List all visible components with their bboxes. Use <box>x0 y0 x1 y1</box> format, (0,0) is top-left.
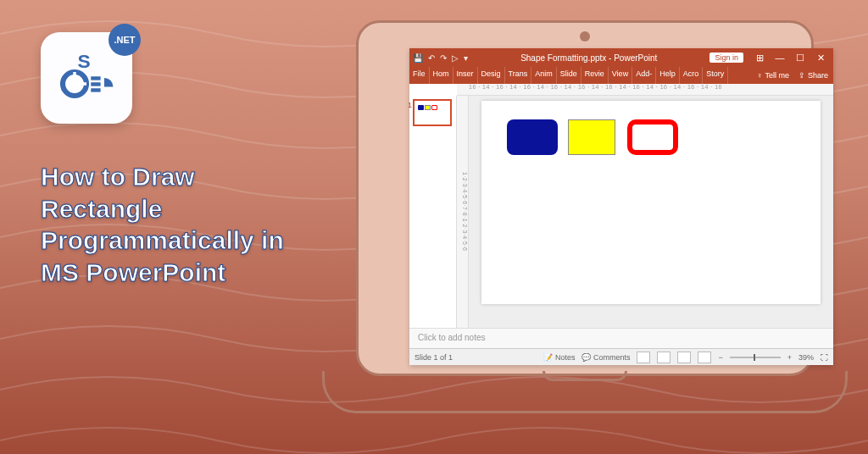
vertical-ruler: 1·2·3·4·5·6·7·8·1·2·3·4·5·6 <box>457 96 469 328</box>
svg-rect-3 <box>91 82 100 86</box>
maximize-button[interactable]: ☐ <box>791 53 810 64</box>
notes-pane[interactable]: Click to add notes <box>409 328 833 348</box>
slideshow-view-button[interactable] <box>698 352 711 363</box>
slide-counter: Slide 1 of 1 <box>415 353 453 362</box>
window-title: Shape Formatting.pptx - PowerPoint <box>468 53 709 63</box>
notes-button[interactable]: 📝 Notes <box>543 353 575 362</box>
tab-view[interactable]: View <box>609 67 632 84</box>
rectangle-shape-blue[interactable] <box>507 119 558 155</box>
tab-file[interactable]: File <box>409 67 430 84</box>
slides-logo-icon: S <box>57 48 116 108</box>
slide-canvas-area <box>469 96 833 328</box>
tab-transitions[interactable]: Trans <box>505 67 532 84</box>
powerpoint-window: 💾 ↶ ↷ ▷ ▾ Shape Formatting.pptx - PowerP… <box>409 48 833 365</box>
share-icon: ⇪ <box>798 71 805 80</box>
tab-home[interactable]: Hom <box>430 67 453 84</box>
horizontal-ruler: 16 · 14 · 16 · 14 · 16 · 14 · 16 · 14 · … <box>457 84 833 96</box>
net-badge: .NET <box>108 24 141 56</box>
tell-me-search[interactable]: ♀ Tell me <box>753 67 793 84</box>
svg-text:S: S <box>78 50 91 72</box>
ribbon-display-icon[interactable]: ⊞ <box>750 53 769 64</box>
normal-view-button[interactable] <box>637 352 650 363</box>
tab-help[interactable]: Help <box>656 67 680 84</box>
slide-thumbnail-pane: 1 <box>409 96 457 328</box>
tell-me-label: Tell me <box>765 71 789 80</box>
slide-thumbnail[interactable]: 1 <box>413 99 452 126</box>
sign-in-button[interactable]: Sign in <box>709 53 743 63</box>
app-icon: .NET S <box>41 32 132 124</box>
tab-addins[interactable]: Add- <box>632 67 656 84</box>
laptop-illustration: 💾 ↶ ↷ ▷ ▾ Shape Formatting.pptx - PowerP… <box>322 20 848 444</box>
status-bar: Slide 1 of 1 📝 Notes 💬 Comments − + 39% … <box>409 348 833 365</box>
tab-acrobat[interactable]: Acro <box>680 67 704 84</box>
save-icon[interactable]: 💾 <box>413 53 423 63</box>
close-button[interactable]: ✕ <box>811 53 830 64</box>
slide[interactable] <box>481 101 821 304</box>
rectangle-shape-yellow[interactable] <box>568 119 615 155</box>
zoom-value: 39% <box>798 353 814 362</box>
tab-storyboard[interactable]: Story <box>703 67 728 84</box>
fit-to-window-button[interactable]: ⛶ <box>821 353 828 362</box>
svg-rect-4 <box>91 88 100 91</box>
undo-icon[interactable]: ↶ <box>428 53 435 63</box>
title-bar: 💾 ↶ ↷ ▷ ▾ Shape Formatting.pptx - PowerP… <box>409 48 833 67</box>
zoom-out-button[interactable]: − <box>718 353 722 362</box>
ribbon-tabs: File Hom Inser Desig Trans Anim Slide Re… <box>409 67 833 84</box>
zoom-in-button[interactable]: + <box>787 353 792 362</box>
tab-insert[interactable]: Inser <box>453 67 478 84</box>
page-title: How to Draw Rectangle Programmatically i… <box>41 161 312 288</box>
minimize-button[interactable]: — <box>771 53 789 63</box>
tab-animations[interactable]: Anim <box>531 67 557 84</box>
quick-access-toolbar: 💾 ↶ ↷ ▷ ▾ <box>413 53 468 63</box>
lightbulb-icon: ♀ <box>757 71 763 80</box>
thumbnail-number: 1 <box>408 101 412 109</box>
redo-icon[interactable]: ↷ <box>440 53 447 63</box>
svg-rect-2 <box>91 76 100 80</box>
tab-slideshow[interactable]: Slide <box>557 67 581 84</box>
tab-design[interactable]: Desig <box>478 67 505 84</box>
comments-button[interactable]: 💬 Comments <box>581 353 630 362</box>
share-button[interactable]: ⇪ Share <box>793 67 833 84</box>
rectangle-shape-red-outline[interactable] <box>627 119 678 155</box>
sorter-view-button[interactable] <box>657 352 670 363</box>
laptop-camera-icon <box>580 31 590 42</box>
qat-more-icon[interactable]: ▾ <box>464 53 468 63</box>
zoom-slider[interactable] <box>730 357 781 358</box>
tab-review[interactable]: Revie <box>581 67 609 84</box>
share-label: Share <box>808 71 828 80</box>
slideshow-icon[interactable]: ▷ <box>452 53 459 63</box>
reading-view-button[interactable] <box>677 352 691 363</box>
